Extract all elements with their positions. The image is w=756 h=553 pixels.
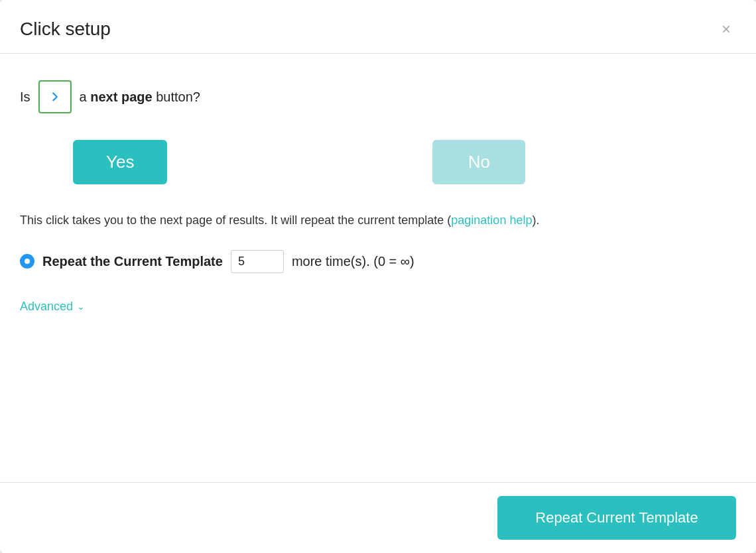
next-page-icon-box [38, 80, 72, 113]
modal-body: Is a next page button? Yes No This click… [0, 54, 756, 482]
no-button[interactable]: No [432, 140, 525, 184]
description-text: This click takes you to the next page of… [20, 211, 617, 230]
repeat-times-input[interactable] [231, 250, 284, 273]
modal-title: Click setup [20, 19, 111, 40]
repeat-suffix: more time(s). (0 = ∞) [292, 254, 414, 269]
buttons-row: Yes No [20, 140, 736, 184]
modal-container: Click setup × Is a next page button? Yes… [0, 0, 756, 553]
advanced-button[interactable]: Advanced [20, 300, 73, 314]
repeat-option-row: Repeat the Current Template more time(s)… [20, 250, 736, 273]
next-page-bold: next page [90, 90, 152, 104]
close-button[interactable]: × [716, 19, 736, 40]
question-row: Is a next page button? [20, 80, 736, 113]
modal-header: Click setup × [0, 0, 756, 54]
question-text: a next page button? [80, 90, 200, 105]
pagination-help-link[interactable]: pagination help [451, 214, 532, 227]
yes-button[interactable]: Yes [73, 140, 167, 184]
question-prefix: Is [20, 90, 31, 105]
repeat-radio[interactable] [20, 254, 34, 269]
chevron-down-icon: ⌄ [77, 301, 85, 312]
next-arrow-icon [48, 90, 62, 104]
modal-footer: Repeat Current Template [0, 482, 756, 553]
advanced-row[interactable]: Advanced ⌄ [20, 300, 736, 314]
repeat-label: Repeat the Current Template [42, 254, 223, 269]
repeat-template-button[interactable]: Repeat Current Template [497, 496, 736, 540]
